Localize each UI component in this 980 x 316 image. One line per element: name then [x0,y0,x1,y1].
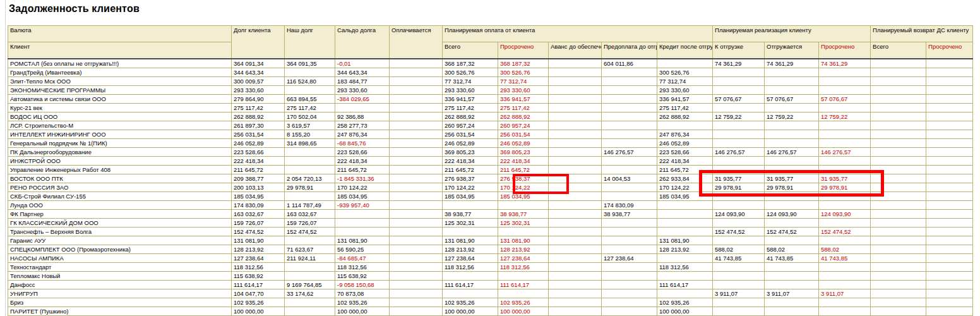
amount-cell[interactable] [602,76,657,85]
amount-cell[interactable]: 12 759,22 [713,112,765,121]
client-name-cell[interactable]: Тепломакс Новый [8,271,232,280]
amount-cell[interactable] [549,227,602,236]
amount-cell[interactable]: 223 528,66 [232,147,285,156]
amount-cell[interactable]: 125 302,31 [443,218,498,227]
amount-cell[interactable]: 57 076,67 [713,94,765,103]
client-name-cell[interactable]: ВОДОС ИЦ ООО [8,112,232,121]
amount-cell[interactable]: 247 876,34 [335,130,390,138]
amount-cell[interactable] [871,200,926,209]
amount-cell[interactable]: 111 614,17 [443,280,498,289]
amount-cell[interactable] [285,191,335,200]
amount-cell[interactable] [390,298,443,307]
amount-cell[interactable]: 118 312,56 [443,262,498,271]
amount-cell[interactable]: -1 845 331,36 [335,174,390,183]
amount-cell[interactable]: 262 888,92 [443,112,498,121]
amount-cell[interactable]: 77 312,74 [498,76,549,85]
amount-cell[interactable]: 368 187,32 [498,59,549,68]
amount-cell[interactable] [926,165,973,174]
amount-cell[interactable]: 127 238,64 [602,253,657,262]
amount-cell[interactable]: 152 474,52 [285,227,335,236]
amount-cell[interactable] [926,174,973,183]
amount-cell[interactable] [765,103,819,112]
amount-cell[interactable] [390,280,443,289]
amount-cell[interactable] [926,307,973,315]
amount-cell[interactable]: 124 093,90 [713,209,765,218]
amount-cell[interactable]: 222 418,34 [335,156,390,165]
amount-cell[interactable] [549,271,602,280]
amount-cell[interactable] [713,85,765,94]
amount-cell[interactable]: 364 091,34 [232,59,285,68]
amount-cell[interactable]: 211 645,72 [498,165,549,174]
amount-cell[interactable]: 38 938,77 [602,209,657,218]
amount-cell[interactable] [926,298,973,307]
amount-cell[interactable]: 170 124,22 [335,183,390,191]
amount-cell[interactable] [602,138,657,147]
amount-cell[interactable]: 222 418,34 [232,156,285,165]
amount-cell[interactable]: 275 117,42 [285,103,335,112]
amount-cell[interactable]: 256 031,54 [232,130,285,138]
amount-cell[interactable] [390,200,443,209]
amount-cell[interactable]: 185 034,95 [232,191,285,200]
amount-cell[interactable]: 29 978,91 [285,183,335,191]
amount-cell[interactable] [765,130,819,138]
amount-cell[interactable] [926,183,973,191]
amount-cell[interactable] [819,280,871,289]
amount-cell[interactable]: -0,01 [335,59,390,68]
amount-cell[interactable]: 146 276,57 [602,147,657,156]
amount-cell[interactable] [871,236,926,245]
amount-cell[interactable] [926,138,973,147]
amount-cell[interactable]: 222 418,34 [443,156,498,165]
amount-cell[interactable] [926,253,973,262]
amount-cell[interactable]: 124 093,90 [819,209,871,218]
amount-cell[interactable]: 111 614,17 [232,280,285,289]
amount-cell[interactable]: 246 052,89 [232,138,285,147]
amount-cell[interactable] [819,76,871,85]
amount-cell[interactable]: 118 312,56 [498,262,549,271]
amount-cell[interactable] [549,76,602,85]
amount-cell[interactable] [335,218,390,227]
amount-cell[interactable] [871,307,926,315]
amount-cell[interactable] [713,200,765,209]
amount-cell[interactable] [926,130,973,138]
amount-cell[interactable]: 74 361,29 [819,59,871,68]
client-name-cell[interactable]: ЛСР. Строительство-М [8,121,232,130]
amount-cell[interactable]: 128 213,92 [443,245,498,253]
client-name-cell[interactable]: Гаранис АУУ [8,236,232,245]
amount-cell[interactable]: 275 117,42 [498,103,549,112]
amount-cell[interactable]: 9 169 764,85 [285,280,335,289]
amount-cell[interactable] [335,209,390,218]
amount-cell[interactable]: 3 619,57 [285,121,335,130]
amount-cell[interactable]: 71 623,67 [285,245,335,253]
amount-cell[interactable]: 174 830,09 [602,200,657,209]
amount-cell[interactable] [765,85,819,94]
amount-cell[interactable] [765,218,819,227]
amount-cell[interactable] [819,271,871,280]
amount-cell[interactable] [819,307,871,315]
amount-cell[interactable]: 170 502,04 [285,112,335,121]
amount-cell[interactable]: 260 957,24 [443,121,498,130]
amount-cell[interactable]: 258 277,73 [335,121,390,130]
amount-cell[interactable]: 102 935,26 [498,298,549,307]
amount-cell[interactable] [390,76,443,85]
client-name-cell[interactable]: ИНЖСТРОЙ ООО [8,156,232,165]
amount-cell[interactable] [285,165,335,174]
amount-cell[interactable]: 336 941,57 [657,94,713,103]
amount-cell[interactable] [819,103,871,112]
amount-cell[interactable] [390,183,443,191]
amount-cell[interactable] [713,76,765,85]
amount-cell[interactable]: 222 418,34 [498,156,549,165]
amount-cell[interactable] [285,298,335,307]
amount-cell[interactable]: 116 524,80 [285,76,335,85]
amount-cell[interactable] [602,112,657,121]
amount-cell[interactable] [390,94,443,103]
amount-cell[interactable] [713,298,765,307]
amount-cell[interactable] [390,165,443,174]
amount-cell[interactable] [926,227,973,236]
amount-cell[interactable]: 344 643,34 [232,68,285,76]
amount-cell[interactable]: 57 076,67 [765,94,819,103]
client-name-cell[interactable]: ГрандТрейд (Ивантеевка) [8,68,232,76]
amount-cell[interactable]: 368 187,32 [443,59,498,68]
amount-cell[interactable] [390,103,443,112]
amount-cell[interactable] [285,262,335,271]
amount-cell[interactable] [926,209,973,218]
